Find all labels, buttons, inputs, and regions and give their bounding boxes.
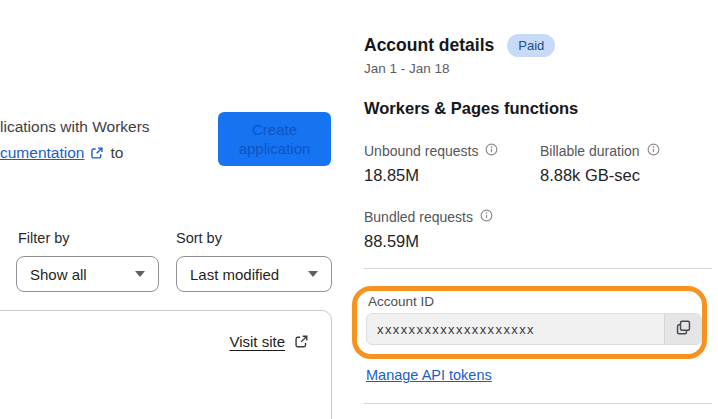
workers-pages-dashboard: lications with Workers cumentation to Cr… bbox=[0, 0, 718, 419]
info-icon[interactable] bbox=[647, 143, 660, 159]
project-card: Visit site bbox=[0, 310, 332, 419]
billing-date-range: Jan 1 - Jan 18 bbox=[364, 61, 450, 76]
sort-dropdown-value: Last modified bbox=[190, 266, 279, 283]
intro-line1: lications with Workers bbox=[0, 114, 150, 140]
external-link-icon bbox=[294, 334, 309, 349]
divider bbox=[364, 403, 712, 404]
sort-by-label: Sort by bbox=[176, 230, 222, 246]
stat-bundled-requests: Bundled requests 88.59M bbox=[364, 209, 493, 251]
stat-value: 8.88k GB-sec bbox=[540, 166, 660, 185]
functions-section-title: Workers & Pages functions bbox=[364, 99, 578, 118]
chevron-down-icon bbox=[308, 271, 318, 277]
stat-billable-duration: Billable duration 8.88k GB-sec bbox=[540, 143, 660, 185]
manage-api-tokens-link[interactable]: Manage API tokens bbox=[366, 367, 492, 383]
account-id-input[interactable] bbox=[367, 314, 664, 344]
copy-icon bbox=[675, 319, 692, 339]
stat-value: 18.85M bbox=[364, 166, 498, 185]
stat-unbound-requests: Unbound requests 18.85M bbox=[364, 143, 498, 185]
info-icon[interactable] bbox=[485, 143, 498, 159]
visit-site-label: Visit site bbox=[229, 333, 285, 350]
account-id-field-group bbox=[366, 313, 702, 345]
external-link-icon bbox=[90, 146, 104, 160]
paid-status-badge: Paid bbox=[507, 34, 555, 57]
intro-suffix: to bbox=[110, 140, 123, 166]
stat-value: 88.59M bbox=[364, 232, 493, 251]
sort-dropdown[interactable]: Last modified bbox=[176, 256, 332, 292]
divider bbox=[364, 268, 712, 269]
stat-label: Unbound requests bbox=[364, 143, 478, 159]
filter-dropdown-value: Show all bbox=[30, 266, 87, 283]
info-icon[interactable] bbox=[480, 209, 493, 225]
create-application-button[interactable]: Create application bbox=[218, 112, 331, 166]
account-id-label: Account ID bbox=[368, 294, 434, 309]
account-details-header: Account details Paid bbox=[364, 34, 555, 57]
stat-label: Billable duration bbox=[540, 143, 640, 159]
chevron-down-icon bbox=[135, 271, 145, 277]
account-details-title: Account details bbox=[364, 35, 494, 56]
copy-account-id-button[interactable] bbox=[664, 314, 701, 344]
documentation-link[interactable]: cumentation bbox=[0, 140, 84, 166]
filter-by-label: Filter by bbox=[18, 230, 70, 246]
stat-label: Bundled requests bbox=[364, 209, 473, 225]
intro-line2: cumentation to bbox=[0, 140, 150, 166]
visit-site-link[interactable]: Visit site bbox=[229, 333, 309, 350]
filter-dropdown[interactable]: Show all bbox=[16, 256, 159, 292]
intro-text: lications with Workers cumentation to bbox=[0, 114, 150, 166]
